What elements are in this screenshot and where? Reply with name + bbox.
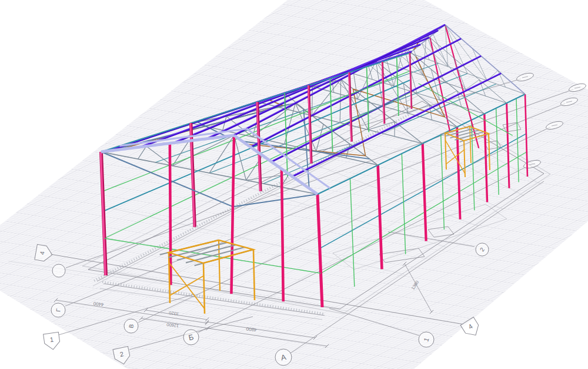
cad-viewport[interactable]: 440033201260048001360АБВГ121244 bbox=[0, 0, 588, 369]
truss-web-vertical bbox=[395, 122, 395, 137]
gable-post bbox=[282, 169, 283, 301]
paper-sheet bbox=[0, 0, 588, 369]
model-canvas[interactable]: 440033201260048001360АБВГ121244 bbox=[0, 0, 588, 369]
section-flag: 1 bbox=[44, 332, 61, 350]
axis-bubble-circle bbox=[52, 264, 65, 277]
paper-grid bbox=[0, 0, 588, 369]
